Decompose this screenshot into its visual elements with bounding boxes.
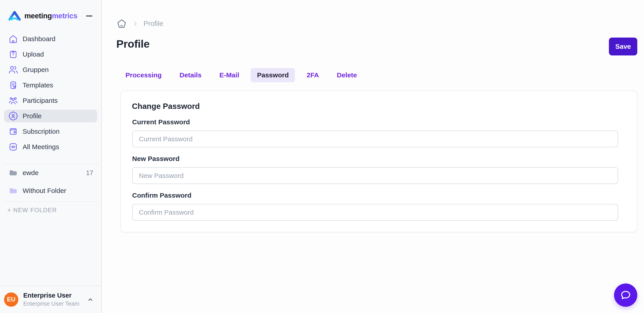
sidebar-item-label: Participants <box>22 97 58 104</box>
change-password-card: Change Password Current Password New Pas… <box>120 90 637 232</box>
folder-item-without-folder[interactable]: Without Folder <box>4 184 97 198</box>
breadcrumb-current: Profile <box>144 20 163 28</box>
sidebar-item-label: Profile <box>22 112 42 120</box>
sidebar-item-label: Templates <box>22 82 53 89</box>
breadcrumb: Profile <box>116 18 637 29</box>
user-name: Enterprise User <box>23 292 80 299</box>
sidebar-item-dashboard[interactable]: Dashboard <box>4 32 97 46</box>
field-new-password: New Password <box>132 155 618 184</box>
page-head: Profile Save <box>116 38 637 56</box>
folder-label: Without Folder <box>22 187 66 194</box>
folder-label: ewde <box>22 169 39 176</box>
sidebar-collapse-button[interactable] <box>84 11 94 21</box>
upload-icon <box>8 50 18 59</box>
brand-logo-icon <box>8 10 21 21</box>
sidebar-item-label: Dashboard <box>22 35 56 43</box>
tab-processing[interactable]: Processing <box>119 68 168 82</box>
home-icon <box>8 34 18 44</box>
breadcrumb-home-icon[interactable] <box>116 18 127 29</box>
sidebar-item-upload[interactable]: Upload <box>4 48 97 61</box>
tab-details[interactable]: Details <box>173 68 208 82</box>
sidebar-header: meetingmetrics <box>0 0 101 22</box>
sidebar-item-templates[interactable]: Templates <box>4 79 97 92</box>
sidebar-item-label: All Meetings <box>22 143 59 151</box>
card-title: Change Password <box>132 102 618 111</box>
tab-delete[interactable]: Delete <box>330 68 363 82</box>
users-icon <box>8 65 18 75</box>
confirm-password-label: Confirm Password <box>132 192 618 199</box>
sidebar-item-subscription[interactable]: Subscription <box>4 125 97 138</box>
tab-email[interactable]: E-Mail <box>213 68 245 82</box>
chevron-right-icon <box>132 20 139 27</box>
sidebar-item-profile[interactable]: Profile <box>4 110 97 122</box>
current-password-label: Current Password <box>132 118 618 126</box>
tab-password[interactable]: Password <box>251 68 295 82</box>
sidebar-nav: Dashboard Upload Gruppen <box>0 32 101 156</box>
folder-item-ewde[interactable]: ewde 17 <box>4 166 97 180</box>
sidebar-divider <box>4 202 99 202</box>
main-content: Profile Profile Save Processing Details … <box>102 0 644 313</box>
current-password-input[interactable] <box>132 130 618 147</box>
chevron-up-icon <box>86 296 94 304</box>
chat-bubble-icon <box>620 289 632 301</box>
sidebar-item-label: Subscription <box>22 128 60 135</box>
confirm-password-input[interactable] <box>132 204 618 221</box>
new-password-label: New Password <box>132 155 618 162</box>
collapse-dash-icon <box>86 16 92 16</box>
folder-count-badge: 17 <box>86 169 93 176</box>
chat-fab-button[interactable] <box>614 284 637 307</box>
audio-waveform-icon <box>8 142 18 152</box>
sidebar-item-label: Upload <box>22 50 44 58</box>
sidebar: meetingmetrics Dashboard Upload <box>0 0 102 313</box>
avatar: EU <box>4 292 18 307</box>
sidebar-item-all-meetings[interactable]: All Meetings <box>4 140 97 153</box>
user-menu[interactable]: EU Enterprise User Enterprise User Team <box>0 286 101 313</box>
sidebar-item-label: Gruppen <box>22 66 49 74</box>
save-button[interactable]: Save <box>609 38 637 56</box>
app-root: meetingmetrics Dashboard Upload <box>0 0 644 313</box>
profile-badge-icon <box>8 111 18 121</box>
wallet-icon <box>8 126 18 136</box>
tab-bar: Processing Details E-Mail Password 2FA D… <box>119 68 637 82</box>
new-password-input[interactable] <box>132 167 618 184</box>
field-confirm-password: Confirm Password <box>132 192 618 221</box>
field-current-password: Current Password <box>132 118 618 147</box>
folder-icon <box>8 168 18 178</box>
sidebar-divider <box>4 164 99 164</box>
page-title: Profile <box>116 38 150 50</box>
brand-name: meetingmetrics <box>24 12 77 20</box>
sidebar-item-gruppen[interactable]: Gruppen <box>4 63 97 76</box>
brand-logo[interactable]: meetingmetrics <box>8 10 77 21</box>
sidebar-folders: ewde 17 Without Folder <box>0 166 101 202</box>
tab-2fa[interactable]: 2FA <box>300 68 325 82</box>
sidebar-item-participants[interactable]: Participants <box>4 94 97 107</box>
participants-icon <box>8 96 18 106</box>
new-folder-button[interactable]: + NEW FOLDER <box>8 207 101 214</box>
user-team: Enterprise User Team <box>23 300 80 307</box>
template-document-icon <box>8 80 18 90</box>
folder-icon <box>8 186 18 196</box>
user-meta: Enterprise User Enterprise User Team <box>23 292 80 307</box>
